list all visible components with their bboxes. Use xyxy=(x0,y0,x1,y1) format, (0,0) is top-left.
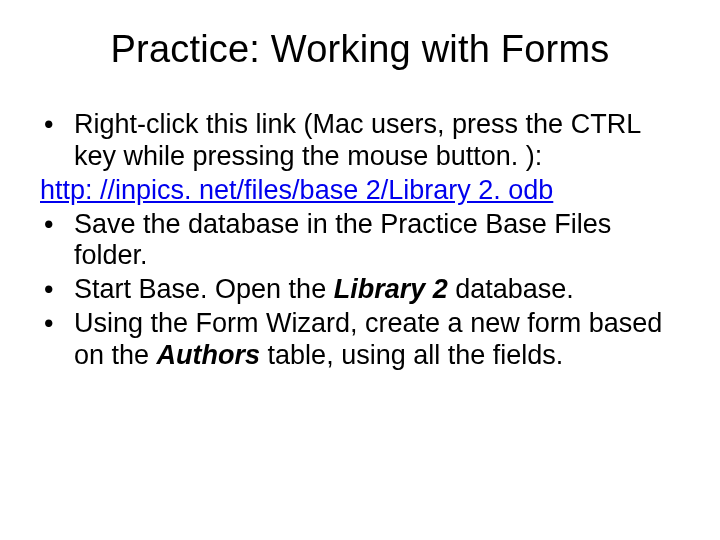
bullet-right-click: Right-click this link (Mac users, press … xyxy=(40,109,680,173)
slide-title: Practice: Working with Forms xyxy=(40,28,680,71)
bullet-text-emphasis: Authors xyxy=(157,340,261,370)
bullet-text-emphasis: Library 2 xyxy=(334,274,448,304)
link-row: http: //inpics. net/files/base 2/Library… xyxy=(40,175,680,207)
bullet-start-base: Start Base. Open the Library 2 database. xyxy=(40,274,680,306)
slide: Practice: Working with Forms Right-click… xyxy=(0,0,720,540)
bullet-text: Right-click this link (Mac users, press … xyxy=(74,109,640,171)
bullet-text-part3: table, using all the fields. xyxy=(260,340,563,370)
download-link[interactable]: http: //inpics. net/files/base 2/Library… xyxy=(40,175,553,205)
bullet-form-wizard: Using the Form Wizard, create a new form… xyxy=(40,308,680,372)
slide-body: Right-click this link (Mac users, press … xyxy=(40,109,680,173)
slide-body-2: Save the database in the Practice Base F… xyxy=(40,209,680,372)
bullet-save-db: Save the database in the Practice Base F… xyxy=(40,209,680,273)
bullet-text: Save the database in the Practice Base F… xyxy=(74,209,611,271)
bullet-text-part3: database. xyxy=(448,274,574,304)
bullet-text-part1: Start Base. Open the xyxy=(74,274,334,304)
